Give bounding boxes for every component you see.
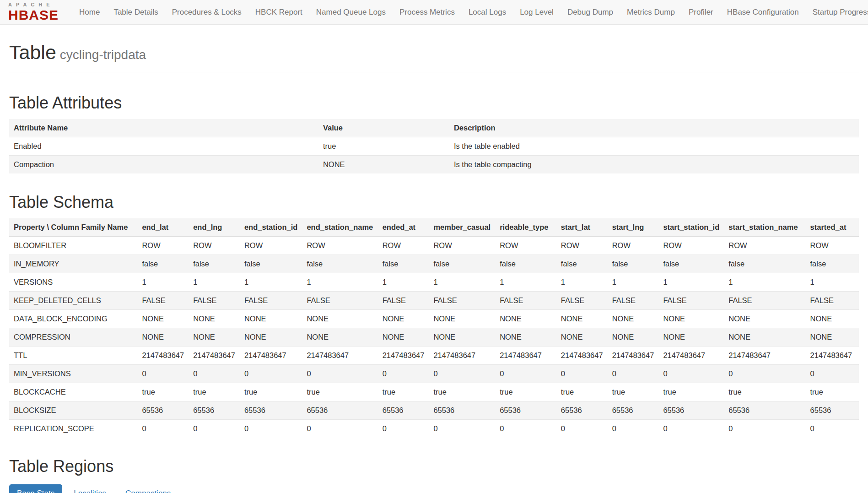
page-title: Tablecycling-tripdata bbox=[9, 41, 859, 64]
schema-row: COMPRESSIONNONENONENONENONENONENONENONEN… bbox=[9, 328, 859, 347]
nav-item-home[interactable]: Home bbox=[72, 0, 107, 24]
table-regions-heading: Table Regions bbox=[9, 457, 859, 476]
schema-cell: 1 bbox=[378, 273, 429, 292]
logo-apache-text: APACHE bbox=[8, 2, 59, 7]
schema-cell: 0 bbox=[724, 365, 805, 383]
schema-cell: NONE bbox=[429, 328, 495, 347]
schema-cell: BLOCKSIZE bbox=[9, 401, 137, 420]
schema-cell: NONE bbox=[137, 310, 189, 328]
schema-cell: NONE bbox=[429, 310, 495, 328]
tab-base-stats[interactable]: Base Stats bbox=[9, 484, 62, 493]
schema-cell: NONE bbox=[189, 310, 240, 328]
nav-item-log-level[interactable]: Log Level bbox=[513, 0, 561, 24]
schema-cell: false bbox=[608, 255, 659, 273]
nav-item-local-logs[interactable]: Local Logs bbox=[462, 0, 513, 24]
schema-cell: REPLICATION_SCOPE bbox=[9, 420, 137, 438]
schema-cell: 0 bbox=[806, 420, 859, 438]
schema-cell: NONE bbox=[137, 328, 189, 347]
schema-cell: 65536 bbox=[378, 401, 429, 420]
navbar-menu: HomeTable DetailsProcedures & LocksHBCK … bbox=[72, 0, 868, 24]
table-schema-table: Property \ Column Family Nameend_latend_… bbox=[9, 218, 859, 438]
nav-item-startup-progress[interactable]: Startup Progress bbox=[806, 0, 868, 24]
schema-cell: 1 bbox=[556, 273, 608, 292]
nav-item-hbase-configuration[interactable]: HBase Configuration bbox=[720, 0, 806, 24]
schema-cell: NONE bbox=[724, 328, 805, 347]
schema-cell: ROW bbox=[806, 237, 859, 255]
schema-cell: NONE bbox=[302, 328, 377, 347]
schema-cell: false bbox=[495, 255, 556, 273]
nav-item-metrics-dump[interactable]: Metrics Dump bbox=[620, 0, 682, 24]
schema-cell: ROW bbox=[302, 237, 377, 255]
schema-cell: ROW bbox=[658, 237, 724, 255]
schema-cell: KEEP_DELETED_CELLS bbox=[9, 292, 137, 310]
schema-cell: 0 bbox=[137, 365, 189, 383]
schema-column-header: end_station_name bbox=[302, 218, 377, 237]
nav-item-table-details[interactable]: Table Details bbox=[107, 0, 165, 24]
schema-column-header: start_station_id bbox=[658, 218, 724, 237]
schema-cell: false bbox=[724, 255, 805, 273]
schema-cell: 65536 bbox=[429, 401, 495, 420]
schema-cell: 0 bbox=[378, 420, 429, 438]
schema-cell: 65536 bbox=[658, 401, 724, 420]
schema-cell: ROW bbox=[137, 237, 189, 255]
schema-cell: true bbox=[429, 383, 495, 401]
schema-cell: 65536 bbox=[806, 401, 859, 420]
tab-localities[interactable]: Localities bbox=[66, 484, 114, 493]
schema-cell: FALSE bbox=[806, 292, 859, 310]
schema-cell: 1 bbox=[806, 273, 859, 292]
schema-cell: 2147483647 bbox=[189, 347, 240, 365]
schema-cell: NONE bbox=[189, 328, 240, 347]
schema-cell: 2147483647 bbox=[658, 347, 724, 365]
schema-cell: 65536 bbox=[189, 401, 240, 420]
schema-cell: true bbox=[608, 383, 659, 401]
nav-item-named-queue-logs[interactable]: Named Queue Logs bbox=[309, 0, 393, 24]
schema-cell: 1 bbox=[302, 273, 377, 292]
nav-item-procedures-locks[interactable]: Procedures & Locks bbox=[165, 0, 248, 24]
schema-cell: FALSE bbox=[302, 292, 377, 310]
nav-item-profiler[interactable]: Profiler bbox=[682, 0, 720, 24]
schema-row: TTL2147483647214748364721474836472147483… bbox=[9, 347, 859, 365]
schema-cell: COMPRESSION bbox=[9, 328, 137, 347]
top-navbar: APACHE HBASE HomeTable DetailsProcedures… bbox=[0, 0, 868, 25]
schema-cell: FALSE bbox=[608, 292, 659, 310]
schema-cell: 0 bbox=[724, 420, 805, 438]
attributes-cell: Is the table compacting bbox=[449, 156, 859, 174]
schema-cell: TTL bbox=[9, 347, 137, 365]
schema-cell: FALSE bbox=[137, 292, 189, 310]
schema-cell: true bbox=[556, 383, 608, 401]
schema-cell: 1 bbox=[429, 273, 495, 292]
attributes-column-header: Description bbox=[449, 119, 859, 137]
nav-item-debug-dump[interactable]: Debug Dump bbox=[561, 0, 620, 24]
nav-item-process-metrics[interactable]: Process Metrics bbox=[393, 0, 462, 24]
tab-compactions[interactable]: Compactions bbox=[118, 484, 178, 493]
nav-item-hbck-report[interactable]: HBCK Report bbox=[248, 0, 309, 24]
attributes-cell: Is the table enabled bbox=[449, 137, 859, 156]
schema-cell: NONE bbox=[378, 328, 429, 347]
schema-cell: ROW bbox=[556, 237, 608, 255]
schema-cell: 2147483647 bbox=[240, 347, 302, 365]
schema-cell: FALSE bbox=[556, 292, 608, 310]
schema-cell: ROW bbox=[378, 237, 429, 255]
schema-column-header: ended_at bbox=[378, 218, 429, 237]
schema-cell: NONE bbox=[658, 328, 724, 347]
attributes-cell: Compaction bbox=[9, 156, 318, 174]
schema-row: DATA_BLOCK_ENCODINGNONENONENONENONENONEN… bbox=[9, 310, 859, 328]
schema-cell: true bbox=[137, 383, 189, 401]
schema-cell: NONE bbox=[608, 328, 659, 347]
schema-cell: false bbox=[378, 255, 429, 273]
schema-row: VERSIONS111111111111 bbox=[9, 273, 859, 292]
hbase-logo[interactable]: APACHE HBASE bbox=[8, 2, 59, 22]
schema-column-header: start_station_name bbox=[724, 218, 805, 237]
schema-cell: 65536 bbox=[608, 401, 659, 420]
schema-cell: false bbox=[189, 255, 240, 273]
schema-cell: ROW bbox=[240, 237, 302, 255]
attributes-column-header: Attribute Name bbox=[9, 119, 318, 137]
table-attributes-heading: Table Attributes bbox=[9, 93, 859, 113]
schema-cell: FALSE bbox=[495, 292, 556, 310]
schema-cell: 0 bbox=[189, 420, 240, 438]
schema-cell: ROW bbox=[189, 237, 240, 255]
schema-cell: false bbox=[429, 255, 495, 273]
schema-cell: 65536 bbox=[302, 401, 377, 420]
schema-cell: 1 bbox=[240, 273, 302, 292]
schema-cell: NONE bbox=[806, 310, 859, 328]
